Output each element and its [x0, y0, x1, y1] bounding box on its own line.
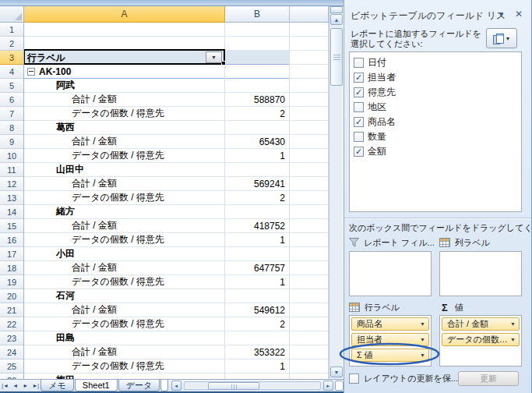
row-header-13[interactable]: 13	[0, 191, 23, 205]
row-header-11[interactable]: 11	[0, 163, 23, 177]
row-header-21[interactable]: 21	[0, 303, 23, 317]
field-button-担当者[interactable]: 担当者▼	[351, 333, 429, 346]
checkbox-checked[interactable]: ✓	[354, 87, 364, 97]
row-header-7[interactable]: 7	[0, 107, 23, 121]
sheet-nav-button-0[interactable]: |◄	[0, 380, 10, 391]
field-item-得意先[interactable]: ✓得意先	[354, 85, 517, 100]
sheet-row-16[interactable]: データの個数 / 得意先1	[24, 233, 329, 247]
row-header-20[interactable]: 20	[0, 289, 23, 303]
sheet-row-21[interactable]: 合計 / 金額549612	[24, 303, 329, 317]
sheet-tab-データ[interactable]: データ	[118, 380, 160, 391]
field-item-地区[interactable]: 地区	[354, 100, 517, 115]
field-item-金額[interactable]: ✓金額	[354, 144, 517, 159]
chevron-down-icon[interactable]: ▼	[420, 337, 425, 342]
chevron-down-icon[interactable]: ▼	[420, 321, 425, 327]
tab-scroll-right-icon[interactable]: ►	[323, 381, 333, 391]
row-header-5[interactable]: 5	[0, 79, 23, 93]
close-icon[interactable]: ✕	[515, 9, 523, 19]
field-button-商品名[interactable]: 商品名▼	[351, 317, 429, 331]
checkbox-unchecked[interactable]	[354, 132, 364, 142]
sheet-row-26[interactable]: 梅田	[24, 374, 329, 379]
sheet-tab-partial[interactable]	[160, 380, 167, 391]
row-header-10[interactable]: 10	[0, 149, 23, 163]
sheet-row-25[interactable]: データの個数 / 得意先1	[24, 359, 329, 374]
field-item-商品名[interactable]: ✓商品名	[354, 115, 517, 129]
sheet-row-6[interactable]: 合計 / 金額588870	[24, 93, 329, 107]
checkbox-checked[interactable]: ✓	[354, 147, 364, 157]
row-header-24[interactable]: 24	[0, 345, 23, 359]
checkbox-checked[interactable]: ✓	[354, 117, 364, 127]
field-item-担当者[interactable]: ✓担当者	[354, 70, 517, 85]
sheet-row-15[interactable]: 合計 / 金額418752	[24, 219, 329, 233]
checkbox-unchecked[interactable]	[354, 58, 364, 68]
row-header-14[interactable]: 14	[0, 205, 23, 219]
row-header-15[interactable]: 15	[0, 219, 23, 233]
sheet-row-11[interactable]: 山田中	[24, 163, 329, 177]
row-header-18[interactable]: 18	[0, 261, 23, 275]
select-all-corner[interactable]	[0, 6, 24, 23]
sheet-row-14[interactable]: 緒方	[24, 205, 329, 219]
sheet-row-9[interactable]: 合計 / 金額65430	[24, 135, 329, 149]
field-button-Σ 値[interactable]: Σ 値▼	[351, 349, 429, 362]
sheet-row-20[interactable]: 石河	[24, 289, 329, 303]
update-button[interactable]: 更新	[458, 371, 519, 386]
vertical-scroll-thumb[interactable]	[330, 28, 343, 86]
field-button-合計 / 金額[interactable]: 合計 / 金額▼	[442, 317, 520, 331]
sheet-row-19[interactable]: データの個数 / 得意先1	[24, 275, 329, 289]
report-filter-box[interactable]	[349, 251, 432, 296]
sheet-tab-Sheet1[interactable]: Sheet1	[75, 380, 118, 391]
row-header-1[interactable]: 1	[0, 23, 23, 37]
pivot-row-labels-cell[interactable]: 行ラベル	[27, 51, 65, 65]
row-header-25[interactable]: 25	[0, 359, 23, 374]
sheet-cells[interactable]: 行ラベル▼AK-100阿武合計 / 金額588870データの個数 / 得意先2葛…	[24, 23, 329, 379]
sheet-row-13[interactable]: データの個数 / 得意先2	[24, 191, 329, 205]
row-header-4[interactable]: 4	[0, 65, 23, 79]
row-header-9[interactable]: 9	[0, 135, 23, 149]
sheet-row-8[interactable]: 葛西	[24, 121, 329, 135]
sheet-row-23[interactable]: 田島	[24, 331, 329, 345]
row-header-17[interactable]: 17	[0, 247, 23, 261]
row-header-12[interactable]: 12	[0, 177, 23, 191]
chevron-down-icon[interactable]: ▼	[510, 321, 516, 327]
row-header-19[interactable]: 19	[0, 275, 23, 289]
pane-layout-button[interactable]: ▼	[486, 28, 517, 48]
scroll-up-button[interactable]: ▲	[330, 14, 343, 25]
pane-options-icon[interactable]: ▼	[498, 11, 505, 19]
field-item-日付[interactable]: 日付	[354, 55, 517, 70]
row-header-22[interactable]: 22	[0, 317, 23, 331]
scroll-down-button[interactable]: ▼	[330, 366, 343, 377]
defer-layout-checkbox[interactable]	[349, 374, 359, 384]
chevron-down-icon[interactable]: ▼	[420, 352, 425, 358]
column-header-a[interactable]: A	[24, 6, 225, 23]
sheet-row-24[interactable]: 合計 / 金額353322	[24, 345, 329, 359]
sheet-row-10[interactable]: データの個数 / 得意先1	[24, 149, 329, 163]
row-labels-box[interactable]: 商品名▼担当者▼Σ 値▼	[349, 315, 432, 366]
sheet-row-18[interactable]: 合計 / 金額647757	[24, 261, 329, 275]
sheet-row-17[interactable]: 小田	[24, 247, 329, 261]
checkbox-checked[interactable]: ✓	[354, 73, 364, 83]
sheet-tab-メモ[interactable]: メモ	[41, 380, 74, 391]
tab-scroll-left-icon[interactable]: ◄	[171, 381, 181, 391]
sheet-row-12[interactable]: 合計 / 金額569241	[24, 177, 329, 191]
sheet-row-7[interactable]: データの個数 / 得意先2	[24, 107, 329, 121]
sheet-nav-button-3[interactable]: ►|	[30, 380, 41, 391]
row-header-16[interactable]: 16	[0, 233, 23, 247]
field-button-データの個数 ...[interactable]: データの個数 ...▼	[442, 333, 520, 346]
sheet-row-1[interactable]	[24, 23, 329, 37]
horizontal-scroll-thumb[interactable]	[208, 382, 259, 390]
row-header-6[interactable]: 6	[0, 93, 23, 107]
filter-dropdown-icon[interactable]: ▼	[206, 51, 222, 63]
row-header-26[interactable]: 26	[0, 374, 23, 379]
sheet-row-5[interactable]: 阿武	[24, 79, 329, 93]
sheet-row-3[interactable]: 行ラベル▼	[24, 51, 329, 65]
horizontal-scrollbar[interactable]	[184, 381, 321, 390]
row-header-8[interactable]: 8	[0, 121, 23, 135]
column-labels-box[interactable]	[439, 251, 522, 296]
sheet-nav-button-1[interactable]: ◄	[10, 380, 20, 391]
sheet-row-22[interactable]: データの個数 / 得意先2	[24, 317, 329, 331]
collapse-icon[interactable]	[27, 68, 35, 76]
field-item-数量[interactable]: 数量	[354, 129, 517, 144]
row-header-2[interactable]: 2	[0, 37, 23, 51]
vertical-scrollbar[interactable]: ▲ ▼	[329, 6, 343, 379]
sheet-row-4[interactable]: AK-100	[24, 65, 329, 79]
